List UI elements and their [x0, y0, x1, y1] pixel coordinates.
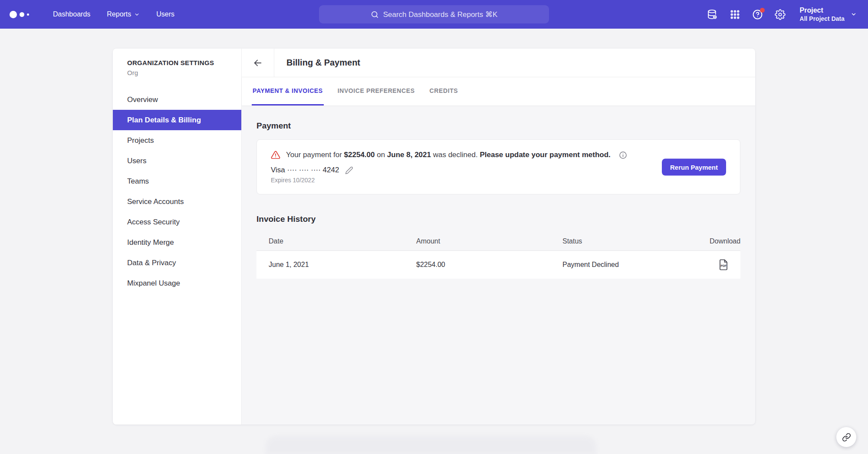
- sidebar-item-identity-merge[interactable]: Identity Merge: [113, 232, 241, 253]
- invoice-history-title: Invoice History: [256, 214, 740, 224]
- card-number-label: Visa ···· ···· ···· 4242: [271, 166, 339, 174]
- nav-item-label: Dashboards: [53, 10, 90, 18]
- sidebar-item-users[interactable]: Users: [113, 151, 241, 171]
- warning-triangle-icon: [271, 150, 280, 160]
- logo-dot: [10, 11, 17, 18]
- project-value: All Project Data: [800, 15, 845, 23]
- tab-content: Payment Your payment for $2254.00 on Jun…: [242, 105, 755, 424]
- alert-text-part: was declined.: [431, 151, 480, 159]
- alert-date: June 8, 2021: [387, 151, 431, 159]
- rerun-payment-button[interactable]: Rerun Payment: [662, 158, 726, 175]
- tabs-bar: PAYMENT & INVOICES INVOICE PREFERENCES C…: [242, 77, 755, 105]
- sidebar-item-label: Service Accounts: [127, 197, 184, 206]
- info-icon[interactable]: [619, 151, 627, 159]
- alert-text-part: Your payment for: [286, 151, 344, 159]
- copy-link-button[interactable]: [836, 427, 856, 447]
- org-settings-panel: ORGANIZATION SETTINGS Org Overview Plan …: [113, 49, 755, 424]
- sidebar-org-name: Org: [113, 66, 241, 76]
- sidebar-item-label: Plan Details & Billing: [127, 116, 201, 125]
- logo-dot: [20, 12, 24, 17]
- payment-card: Your payment for $2254.00 on June 8, 202…: [256, 139, 740, 194]
- sidebar-item-mixpanel-usage[interactable]: Mixpanel Usage: [113, 273, 241, 293]
- sidebar-item-service-accounts[interactable]: Service Accounts: [113, 191, 241, 212]
- sidebar-menu: Overview Plan Details & Billing Projects…: [113, 89, 241, 293]
- card-expiry-label: Expires 10/2022: [271, 177, 726, 184]
- search-icon: [371, 10, 379, 19]
- sidebar-item-plan-details-billing[interactable]: Plan Details & Billing: [113, 110, 241, 130]
- invoice-table-header: Date Amount Status Download: [256, 232, 740, 251]
- sidebar-item-label: Projects: [127, 136, 154, 145]
- apps-grid-icon[interactable]: [730, 9, 741, 20]
- alert-amount: $2254.00: [344, 151, 375, 159]
- column-header-date: Date: [269, 237, 416, 245]
- sidebar-item-overview[interactable]: Overview: [113, 89, 241, 110]
- settings-gear-icon[interactable]: [775, 9, 786, 20]
- help-icon[interactable]: [752, 9, 763, 20]
- chevron-down-icon: [851, 11, 857, 17]
- column-header-download: Download: [710, 237, 740, 245]
- search-input[interactable]: Search Dashboards & Reports ⌘K: [319, 5, 549, 23]
- sidebar-title: ORGANIZATION SETTINGS: [113, 59, 241, 66]
- project-switcher[interactable]: Project All Project Data: [800, 6, 857, 22]
- project-label: Project: [800, 6, 845, 14]
- sidebar-item-label: Data & Privacy: [127, 259, 176, 267]
- card-on-file: Visa ···· ···· ···· 4242: [271, 166, 726, 174]
- sidebar-item-label: Overview: [127, 95, 158, 104]
- download-pdf-button[interactable]: PDF: [719, 259, 728, 270]
- tab-credits[interactable]: CREDITS: [429, 77, 459, 105]
- payment-declined-alert: Your payment for $2254.00 on June 8, 202…: [271, 150, 726, 160]
- edit-card-button[interactable]: [345, 166, 353, 174]
- logo-dot: [27, 13, 29, 16]
- arrow-left-icon: [253, 58, 263, 68]
- navbar-left: Dashboards Reports Users: [0, 10, 174, 18]
- sidebar-item-label: Teams: [127, 177, 149, 186]
- pdf-file-icon: PDF: [719, 259, 728, 270]
- tab-payment-invoices[interactable]: PAYMENT & INVOICES: [252, 77, 324, 105]
- pdf-label: PDF: [721, 264, 727, 267]
- pencil-icon: [345, 166, 353, 174]
- sidebar-item-teams[interactable]: Teams: [113, 171, 241, 191]
- mixpanel-logo-icon[interactable]: [10, 11, 36, 18]
- column-header-amount: Amount: [416, 237, 562, 245]
- alert-text: Your payment for $2254.00 on June 8, 202…: [286, 151, 611, 159]
- nav-item-users[interactable]: Users: [156, 10, 174, 18]
- invoice-date: June 1, 2021: [269, 261, 416, 269]
- nav-item-dashboards[interactable]: Dashboards: [53, 10, 90, 18]
- sidebar-item-access-security[interactable]: Access Security: [113, 212, 241, 232]
- sidebar-item-projects[interactable]: Projects: [113, 130, 241, 151]
- column-header-status: Status: [562, 237, 710, 245]
- invoice-table: Date Amount Status Download June 1, 2021…: [256, 232, 740, 279]
- chevron-down-icon: [134, 12, 140, 17]
- navbar-right: Project All Project Data: [707, 0, 868, 29]
- page-title: Billing & Payment: [274, 49, 360, 77]
- notification-badge: [760, 8, 765, 13]
- invoice-row: June 1, 2021 $2254.00 Payment Declined P…: [256, 251, 740, 279]
- page-header: Billing & Payment: [242, 49, 755, 77]
- alert-action-text: Please update your payment method.: [480, 151, 610, 159]
- data-management-icon[interactable]: [707, 9, 718, 20]
- bottom-sheet-shadow: [266, 436, 596, 454]
- tab-invoice-preferences[interactable]: INVOICE PREFERENCES: [337, 77, 416, 105]
- settings-sidebar: ORGANIZATION SETTINGS Org Overview Plan …: [113, 49, 242, 424]
- sidebar-item-label: Mixpanel Usage: [127, 279, 180, 288]
- nav-item-reports[interactable]: Reports: [107, 10, 140, 18]
- sidebar-item-label: Identity Merge: [127, 238, 174, 247]
- sidebar-item-label: Users: [127, 157, 146, 165]
- nav-item-label: Users: [156, 10, 174, 18]
- nav-item-label: Reports: [107, 10, 131, 18]
- top-navbar: Dashboards Reports Users Search Dashboar…: [0, 0, 868, 29]
- alert-text-part: on: [375, 151, 387, 159]
- invoice-status: Payment Declined: [562, 261, 710, 269]
- back-button[interactable]: [242, 49, 274, 77]
- billing-main: Billing & Payment PAYMENT & INVOICES INV…: [242, 49, 755, 424]
- project-switcher-labels: Project All Project Data: [800, 6, 845, 22]
- payment-section-title: Payment: [256, 121, 740, 131]
- sidebar-item-data-privacy[interactable]: Data & Privacy: [113, 253, 241, 273]
- search-placeholder: Search Dashboards & Reports ⌘K: [383, 10, 498, 19]
- link-icon: [842, 433, 851, 442]
- sidebar-item-label: Access Security: [127, 218, 180, 227]
- invoice-amount: $2254.00: [416, 261, 562, 269]
